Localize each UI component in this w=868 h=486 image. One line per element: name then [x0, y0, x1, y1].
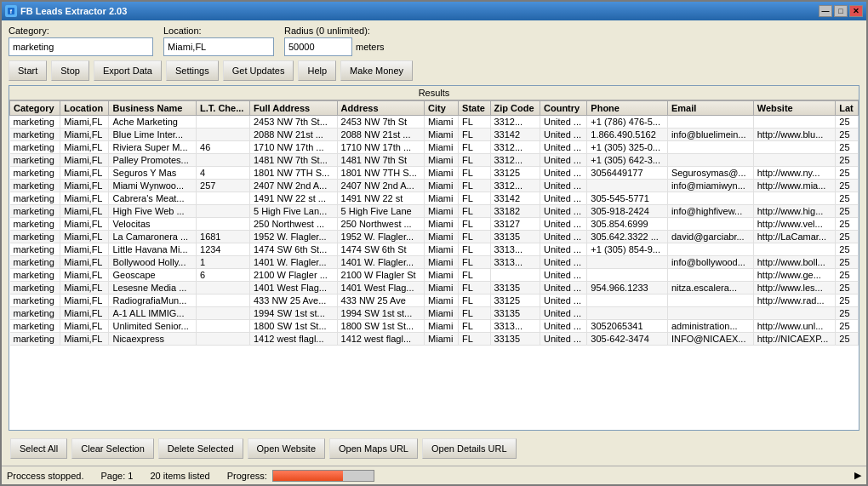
- table-cell: RadiografiaMun...: [109, 294, 197, 307]
- help-button[interactable]: Help: [298, 60, 336, 81]
- table-cell: [587, 307, 668, 320]
- make-money-button[interactable]: Make Money: [340, 60, 413, 81]
- table-row[interactable]: marketingMiami,FLRiviera Super M...46171…: [10, 141, 859, 154]
- table-cell: [753, 116, 836, 129]
- status-bar: Proccess stopped. Page: 1 20 items liste…: [2, 466, 866, 484]
- table-row[interactable]: marketingMiami,FLBollywood Holly...11401…: [10, 256, 859, 269]
- table-container[interactable]: CategoryLocationBusiness NameL.T. Che...…: [9, 100, 859, 430]
- table-row[interactable]: marketingMiami,FLLittle Havana Mi...1234…: [10, 243, 859, 256]
- table-cell: 2100 W Flagler St: [337, 269, 425, 282]
- table-row[interactable]: marketingMiami,FLUnlimited Senior...1800…: [10, 320, 859, 333]
- table-cell: United ...: [540, 256, 587, 269]
- table-body: marketingMiami,FLAche Marketing2453 NW 7…: [10, 116, 859, 346]
- table-row[interactable]: marketingMiami,FLLesesne Media ...1401 W…: [10, 282, 859, 294]
- results-section: Results CategoryLocationBusiness NameL.T…: [9, 85, 859, 431]
- table-cell: [667, 218, 753, 231]
- select-all-button[interactable]: Select All: [10, 438, 67, 459]
- table-cell: Ache Marketing: [109, 116, 197, 129]
- table-cell: Cabrera's Meat...: [109, 192, 197, 205]
- column-header: Full Address: [249, 101, 337, 116]
- minimize-button[interactable]: —: [819, 5, 832, 17]
- table-cell: 25: [836, 333, 859, 346]
- close-button[interactable]: ✕: [849, 5, 863, 17]
- open-website-button[interactable]: Open Website: [248, 438, 326, 459]
- table-cell: United ...: [540, 129, 587, 141]
- location-input[interactable]: [163, 37, 274, 56]
- table-cell: david@garciabr...: [667, 231, 753, 243]
- table-row[interactable]: marketingMiami,FLRadiografiaMun...433 NW…: [10, 294, 859, 307]
- table-cell: Velocitas: [109, 218, 197, 231]
- table-cell: Miami: [425, 205, 459, 218]
- table-row[interactable]: marketingMiami,FLVelocitas250 Northwest …: [10, 218, 859, 231]
- radius-input[interactable]: [284, 37, 352, 56]
- table-cell: 5 High Five Lane: [337, 205, 425, 218]
- category-input[interactable]: [9, 37, 153, 56]
- get-updates-button[interactable]: Get Updates: [223, 60, 294, 81]
- restore-button[interactable]: □: [834, 5, 848, 17]
- column-header: City: [425, 101, 459, 116]
- table-cell: Miami,FL: [60, 256, 109, 269]
- table-row[interactable]: marketingMiami,FLBlue Lime Inter...2088 …: [10, 129, 859, 141]
- table-cell: FL: [459, 205, 490, 218]
- table-cell: 25: [836, 116, 859, 129]
- table-cell: marketing: [10, 282, 60, 294]
- table-row[interactable]: marketingMiami,FLA-1 ALL IMMIG...1994 SW…: [10, 307, 859, 320]
- table-cell: Miami,FL: [60, 294, 109, 307]
- table-row[interactable]: marketingMiami,FLSeguros Y Mas41801 NW 7…: [10, 167, 859, 180]
- column-header: Country: [540, 101, 587, 116]
- delete-selected-button[interactable]: Delete Selected: [158, 438, 243, 459]
- table-row[interactable]: marketingMiami,FLLa Camaronera ...168119…: [10, 231, 859, 243]
- column-header: Website: [753, 101, 836, 116]
- table-cell: [667, 116, 753, 129]
- table-row[interactable]: marketingMiami,FLHigh Five Web ...5 High…: [10, 205, 859, 218]
- table-cell: 25: [836, 218, 859, 231]
- bottom-buttons: Select All Clear Selection Delete Select…: [9, 435, 859, 462]
- clear-selection-button[interactable]: Clear Selection: [71, 438, 154, 459]
- table-cell: 250 Northwest ...: [337, 218, 425, 231]
- table-cell: United ...: [540, 192, 587, 205]
- content-area: Category: Location: Radius (0 unlimited)…: [2, 20, 866, 466]
- table-cell: 25: [836, 129, 859, 141]
- table-cell: [667, 307, 753, 320]
- table-cell: FL: [459, 141, 490, 154]
- table-row[interactable]: marketingMiami,FLGeoscape62100 W Flagler…: [10, 269, 859, 282]
- column-header: Address: [337, 101, 425, 116]
- settings-button[interactable]: Settings: [166, 60, 219, 81]
- table-cell: 1234: [197, 243, 250, 256]
- table-cell: http://www.les...: [753, 282, 836, 294]
- table-cell: 2407 NW 2nd A...: [337, 180, 425, 192]
- table-row[interactable]: marketingMiami,FLAche Marketing2453 NW 7…: [10, 116, 859, 129]
- table-cell: marketing: [10, 180, 60, 192]
- open-maps-url-button[interactable]: Open Maps URL: [329, 438, 418, 459]
- table-cell: Riviera Super M...: [109, 141, 197, 154]
- scroll-arrow-right[interactable]: ▶: [854, 470, 861, 481]
- table-cell: 25: [836, 256, 859, 269]
- table-row[interactable]: marketingMiami,FLMiami Wynwoo...2572407 …: [10, 180, 859, 192]
- table-cell: [197, 282, 250, 294]
- table-cell: FL: [459, 269, 490, 282]
- table-row[interactable]: marketingMiami,FLNicaexpress1412 west fl…: [10, 333, 859, 346]
- table-cell: 1474 SW 6th St: [337, 243, 425, 256]
- table-cell: 25: [836, 243, 859, 256]
- column-header: Phone: [587, 101, 668, 116]
- table-row[interactable]: marketingMiami,FLPalley Promotes...1481 …: [10, 154, 859, 167]
- table-cell: FL: [459, 218, 490, 231]
- open-details-url-button[interactable]: Open Details URL: [422, 438, 517, 459]
- table-cell: [753, 192, 836, 205]
- table-cell: http://www.hig...: [753, 205, 836, 218]
- table-header: CategoryLocationBusiness NameL.T. Che...…: [10, 101, 859, 116]
- export-data-button[interactable]: Export Data: [94, 60, 162, 81]
- table-cell: 3313...: [490, 320, 540, 333]
- column-header: State: [459, 101, 490, 116]
- table-cell: United ...: [540, 282, 587, 294]
- table-cell: marketing: [10, 333, 60, 346]
- table-cell: Blue Lime Inter...: [109, 129, 197, 141]
- table-cell: 6: [197, 269, 250, 282]
- stop-button[interactable]: Stop: [51, 60, 89, 81]
- start-button[interactable]: Start: [9, 60, 47, 81]
- table-cell: 1481 NW 7th St...: [249, 154, 337, 167]
- table-row[interactable]: marketingMiami,FLCabrera's Meat...1491 N…: [10, 192, 859, 205]
- progress-label: Progress:: [227, 471, 267, 481]
- column-header: Business Name: [109, 101, 197, 116]
- table-cell: 3312...: [490, 180, 540, 192]
